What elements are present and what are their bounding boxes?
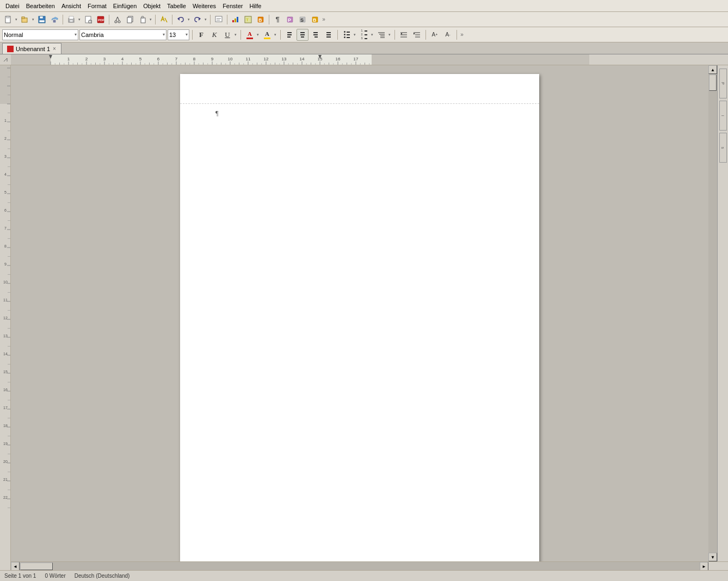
- open-dropdown-arrow[interactable]: ▾: [31, 14, 35, 26]
- font-color-icon: A: [246, 30, 253, 39]
- svg-text:17: 17: [354, 57, 359, 61]
- menu-format[interactable]: Format: [84, 2, 110, 10]
- more-toolbar-arrow[interactable]: »: [322, 14, 326, 26]
- ordered-list-icon: 1. 2. 3.: [360, 28, 368, 41]
- num-line-1: [365, 30, 367, 32]
- italic-button[interactable]: K: [208, 29, 220, 41]
- svg-text:2: 2: [4, 137, 7, 140]
- sidebar-handle-1[interactable]: P: [719, 69, 727, 98]
- underline-button[interactable]: U: [221, 29, 233, 41]
- menu-hilfe[interactable]: Hilfe: [246, 2, 264, 10]
- svg-text:6: 6: [4, 208, 7, 212]
- tab-close-button[interactable]: ×: [52, 46, 57, 52]
- cut-button[interactable]: [112, 14, 124, 26]
- undo-dropdown-arrow[interactable]: ▾: [187, 14, 191, 26]
- scrollbar-track[interactable]: [708, 74, 717, 553]
- letter-p-btn[interactable]: P: [284, 14, 296, 26]
- svg-rect-6: [39, 20, 45, 22]
- bold-button[interactable]: F: [195, 29, 207, 41]
- align-left-button[interactable]: [283, 29, 295, 41]
- sidebar-handle-3[interactable]: s: [719, 133, 727, 163]
- size-dropdown[interactable]: 13 ▾: [168, 29, 189, 40]
- style-dropdown[interactable]: Normal ▾: [2, 29, 78, 40]
- scroll-down-button[interactable]: ▼: [708, 553, 717, 561]
- align-right-button[interactable]: [310, 29, 322, 41]
- horizontal-ruler: 1234567891011121314151617: [11, 54, 708, 65]
- scroll-right-button[interactable]: ►: [700, 562, 708, 570]
- menu-tabelle[interactable]: Tabelle: [164, 2, 189, 10]
- svg-text:10: 10: [3, 280, 8, 284]
- h-scrollbar-thumb[interactable]: [20, 563, 53, 570]
- zoom-button[interactable]: [213, 14, 225, 26]
- letter-s-btn[interactable]: S: [297, 14, 309, 26]
- align-center-icon: [299, 30, 306, 39]
- document-tab[interactable]: Unbenannt 1 ×: [2, 43, 61, 54]
- svg-point-17: [118, 21, 120, 23]
- save-button[interactable]: [36, 14, 48, 26]
- menu-bearbeiten[interactable]: Bearbeiten: [23, 2, 58, 10]
- special-btn1[interactable]: T: [242, 14, 254, 26]
- pdf-button[interactable]: PDF: [95, 14, 107, 26]
- align-center-button[interactable]: [297, 29, 309, 41]
- print-button[interactable]: [65, 14, 77, 26]
- svg-text:8: 8: [4, 244, 7, 248]
- separator-fmt-1: [192, 30, 193, 40]
- unordered-list-arrow[interactable]: ▾: [353, 29, 357, 41]
- paragraph-marks-btn[interactable]: ¶: [272, 14, 283, 26]
- new-button[interactable]: [2, 14, 14, 26]
- font-color-arrow[interactable]: ▾: [256, 29, 260, 41]
- align-justify-button[interactable]: [323, 29, 335, 41]
- menu-datei[interactable]: Datei: [2, 2, 23, 10]
- letter-b-right-btn[interactable]: B: [309, 14, 321, 26]
- font-size-up-button[interactable]: A+: [429, 29, 441, 41]
- print-dropdown-arrow[interactable]: ▾: [77, 14, 82, 26]
- save-remote-group: [48, 14, 60, 26]
- clone-formatting-button[interactable]: [158, 14, 170, 26]
- underline-dropdown-arrow[interactable]: ▾: [233, 29, 238, 41]
- svg-text:11: 11: [246, 57, 251, 61]
- page-body[interactable]: ¶: [180, 104, 539, 123]
- redo-button[interactable]: [192, 14, 203, 26]
- paste-dropdown-arrow[interactable]: ▾: [149, 14, 153, 26]
- svg-rect-21: [127, 17, 132, 23]
- ordered-list-arrow[interactable]: ▾: [370, 29, 374, 41]
- menu-einfuegen[interactable]: Einfügen: [110, 2, 140, 10]
- scroll-left-button[interactable]: ◄: [11, 562, 20, 570]
- paste-button[interactable]: [137, 14, 149, 26]
- highlight-button[interactable]: A: [261, 29, 273, 41]
- scroll-up-button[interactable]: ▲: [708, 65, 717, 74]
- ordered-list-button[interactable]: 1. 2. 3.: [358, 29, 370, 41]
- increase-indent-button[interactable]: [411, 29, 423, 41]
- redo-dropdown-arrow[interactable]: ▾: [203, 14, 208, 26]
- h-scrollbar-track[interactable]: [20, 562, 700, 570]
- highlight-arrow[interactable]: ▾: [273, 29, 277, 41]
- menu-objekt[interactable]: Objekt: [140, 2, 164, 10]
- font-size-down-button[interactable]: A-: [442, 29, 454, 41]
- decrease-indent-button[interactable]: [398, 29, 410, 41]
- sidebar-handle-2[interactable]: i: [719, 101, 727, 131]
- ruler-corner[interactable]: [0, 54, 11, 65]
- new-dropdown-arrow[interactable]: ▾: [14, 14, 18, 26]
- document-scroll-area[interactable]: ¶: [11, 65, 708, 561]
- print-preview-button[interactable]: [82, 14, 94, 26]
- bold-orange-btn[interactable]: B: [255, 14, 267, 26]
- highlight-group: A ▾: [261, 29, 277, 41]
- font-color-button[interactable]: A: [244, 29, 256, 41]
- menu-weiteres[interactable]: Weiteres: [189, 2, 219, 10]
- svg-text:5: 5: [4, 190, 7, 194]
- more-formatting-arrow[interactable]: »: [460, 29, 464, 41]
- unordered-list-button[interactable]: [341, 29, 353, 41]
- menubar: Datei Bearbeiten Ansicht Format Einfügen…: [0, 0, 728, 12]
- style-dropdown-arrow: ▾: [75, 32, 77, 37]
- scrollbar-thumb[interactable]: [709, 75, 717, 91]
- outline-list-arrow[interactable]: ▾: [387, 29, 392, 41]
- save-remote-button[interactable]: [48, 14, 60, 26]
- font-dropdown[interactable]: Cambria ▾: [79, 29, 166, 40]
- outline-list-button[interactable]: [375, 29, 387, 41]
- menu-fenster[interactable]: Fenster: [219, 2, 246, 10]
- copy-button[interactable]: [124, 14, 136, 26]
- chart-button[interactable]: [230, 14, 242, 26]
- menu-ansicht[interactable]: Ansicht: [58, 2, 84, 10]
- open-button[interactable]: [19, 14, 31, 26]
- undo-button[interactable]: [175, 14, 187, 26]
